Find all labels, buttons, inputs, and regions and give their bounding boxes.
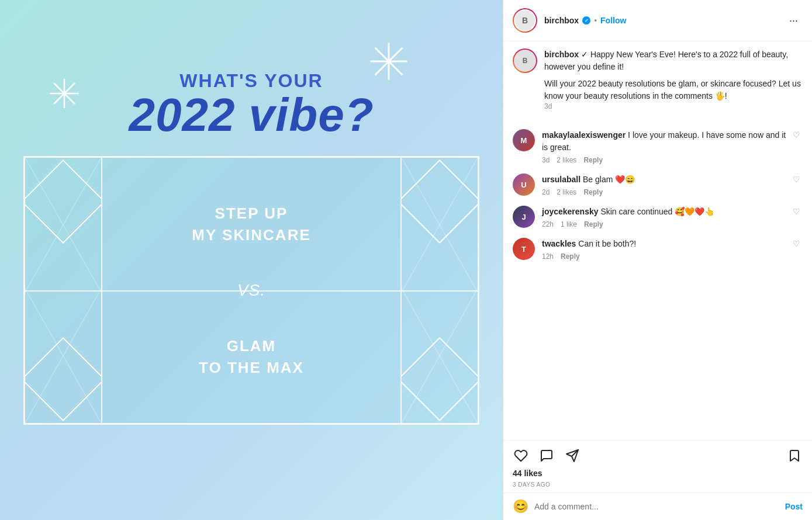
comment-4-meta: 12h Reply [542,252,790,261]
sparkle-left-icon [47,76,82,111]
diamond-bl [25,289,101,423]
post-extra-text: Will your 2022 beauty resolutions be gla… [544,78,803,102]
comments-section[interactable]: B birchbox ✓ Happy New Year's Eve! Here'… [503,41,812,440]
share-button[interactable] [564,448,581,464]
post-image-panel: WHAT'S YOUR 2022 vibe? [0,0,503,520]
comment-3-likes: 1 like [561,220,577,228]
comment-1-avatar: M [513,129,535,151]
comment-2-likes: 2 likes [557,188,576,196]
post-description-body: birchbox ✓ Happy New Year's Eve! Here's … [544,48,803,120]
post-time: 3d [544,102,803,110]
verified-icon: ✓ [582,16,590,25]
vibe-text: 2022 vibe? [129,92,374,138]
comment-4-heart-btn[interactable]: ♡ [790,238,803,249]
post-description-item: B birchbox ✓ Happy New Year's Eve! Here'… [513,48,803,120]
comment-1-username[interactable]: makaylaalexiswenger [542,130,626,140]
comment-button[interactable] [538,448,555,464]
comment-1-meta: 3d 2 likes Reply [542,156,790,164]
caption-text-1: Happy New Year's Eve! Here's to a 2022 f… [590,50,788,59]
header-info: birchbox ✓ • Follow [544,16,785,25]
comment-1-reply-btn[interactable]: Reply [583,156,603,164]
card-bottom-section: GLAM TO THE MAX [101,290,402,423]
comment-2-avatar: U [513,174,535,196]
post-caption: birchbox ✓ Happy New Year's Eve! Here's … [544,48,803,73]
comment-3: J joycekerensky Skin care continued 🥰🧡❤️… [513,206,803,228]
add-comment-bar: 😊 Post [503,493,812,520]
caption-text-2: however you define it! [544,62,624,71]
header-username[interactable]: birchbox [544,16,579,25]
comment-1-text: makaylaalexiswenger I love your makeup. … [542,129,790,154]
card-bottom-text: GLAM TO THE MAX [199,335,304,378]
post-header: B birchbox ✓ • Follow ··· [503,0,812,41]
header-avatar-icon: B [515,11,535,30]
comment-4-reply-btn[interactable]: Reply [561,252,580,261]
comment-3-meta: 22h 1 like Reply [542,220,790,228]
comment-3-time: 22h [542,220,554,228]
comment-4-text: twackles Can it be both?! [542,238,790,250]
comment-4-avatar: T [513,238,535,260]
action-icons-row [513,445,803,466]
svg-rect-11 [25,338,101,420]
svg-rect-17 [402,338,478,420]
comment-1: M makaylaalexiswenger I love your makeup… [513,129,803,164]
comment-1-body: makaylaalexiswenger I love your makeup. … [542,129,790,164]
post-author-avatar-wrapper: B [513,48,537,73]
comment-3-avatar: J [513,206,535,228]
post-username[interactable]: birchbox [544,50,579,59]
comment-2-content: Be glam ❤️😄 [583,175,635,184]
card-graphic: STEP UP MY SKINCARE VS. GLAM TO THE MAX [23,156,479,425]
diamond-tr [402,158,478,292]
emoji-button[interactable]: 😊 [513,499,528,514]
comment-2: U ursulaball Be glam ❤️😄 2d 2 likes Repl… [513,174,803,196]
comment-4-username[interactable]: twackles [542,239,576,248]
comment-3-heart-btn[interactable]: ♡ [790,206,803,217]
bookmark-icon [787,449,801,463]
svg-rect-14 [402,160,478,242]
card-top-section: STEP UP MY SKINCARE [101,158,402,290]
comment-icon [540,449,554,463]
comment-2-time: 2d [542,188,550,196]
comment-1-heart-btn[interactable]: ♡ [790,129,803,141]
post-author-avatar: B [514,50,536,72]
comment-4-time: 12h [542,252,554,261]
diamond-tl [25,158,101,292]
comment-3-body: joycekerensky Skin care continued 🥰🧡❤️👆 … [542,206,790,228]
diamond-br [402,289,478,423]
comment-2-heart-btn[interactable]: ♡ [790,174,803,185]
comment-1-time: 3d [542,156,550,164]
share-icon [565,449,579,463]
comment-input[interactable] [534,502,785,511]
svg-rect-8 [25,160,101,242]
follow-button[interactable]: Follow [600,16,626,25]
comment-4-body: twackles Can it be both?! 12h Reply [542,238,790,261]
image-text-block: WHAT'S YOUR 2022 vibe? [129,70,374,138]
comment-1-likes: 2 likes [557,156,576,164]
comment-3-text: joycekerensky Skin care continued 🥰🧡❤️👆 [542,206,790,218]
verified-check-post: ✓ [581,50,590,59]
comment-2-reply-btn[interactable]: Reply [583,188,603,196]
comment-3-content: Skin care continued 🥰🧡❤️👆 [600,207,714,216]
header-avatar-container: B [513,8,537,33]
comment-2-text: ursulaball Be glam ❤️😄 [542,174,790,186]
right-panel: B birchbox ✓ • Follow ··· B birchbox ✓ H… [503,0,812,520]
comment-2-meta: 2d 2 likes Reply [542,188,790,196]
comment-3-username[interactable]: joycekerensky [542,207,599,216]
comment-3-reply-btn[interactable]: Reply [584,220,603,228]
card-top-text: STEP UP MY SKINCARE [192,203,311,245]
sparkle-right-icon [368,41,409,82]
header-avatar: B [514,9,536,32]
save-button[interactable] [786,448,803,464]
more-options-button[interactable]: ··· [785,12,803,29]
post-date: 3 DAYS AGO [513,480,803,493]
comment-4: T twackles Can it be both?! 12h Reply ♡ [513,238,803,261]
post-comment-button[interactable]: Post [785,502,803,511]
like-button[interactable] [513,448,529,464]
comment-4-content: Can it be both?! [578,239,636,248]
dot-separator: • [594,16,597,25]
comment-2-username[interactable]: ursulaball [542,175,581,184]
actions-bar: 44 likes 3 DAYS AGO [503,440,812,493]
heart-icon [514,449,528,463]
likes-count: 44 likes [513,466,803,480]
comment-2-body: ursulaball Be glam ❤️😄 2d 2 likes Reply [542,174,790,196]
